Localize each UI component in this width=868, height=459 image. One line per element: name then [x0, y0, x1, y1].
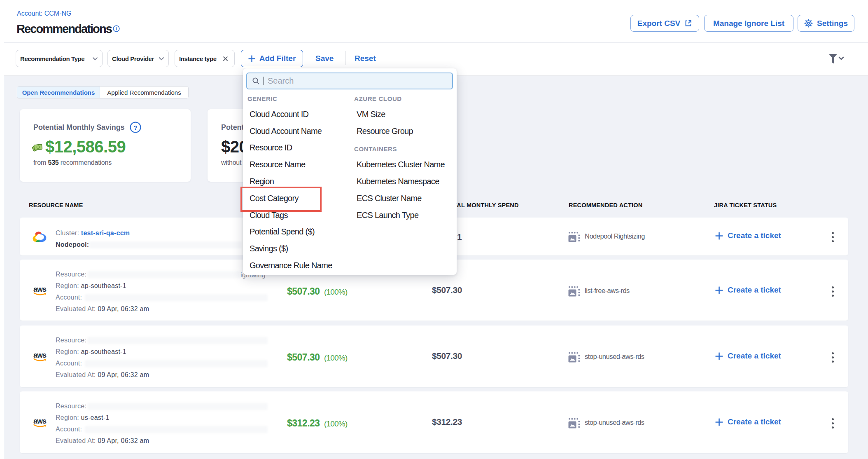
svg-text:aws: aws	[33, 418, 47, 425]
svg-text:aws: aws	[33, 352, 47, 359]
svg-text:aws: aws	[33, 286, 47, 293]
svg-text:?: ?	[133, 124, 137, 131]
